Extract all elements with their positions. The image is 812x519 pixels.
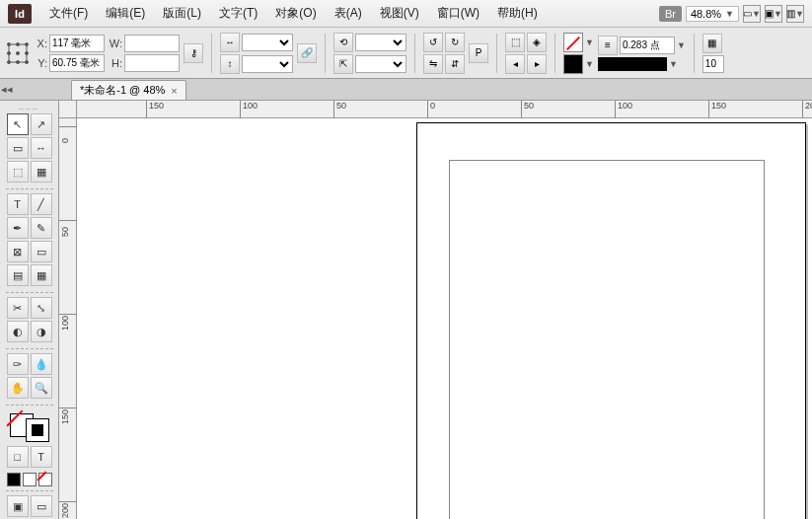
table-tool[interactable]: ▤ [7, 264, 29, 286]
fill-stroke-control[interactable] [10, 413, 49, 442]
grid-tool[interactable]: ▦ [31, 264, 52, 286]
effects-icon[interactable]: ▦ [702, 34, 722, 53]
arrange-dropdown[interactable]: ▣▼ [765, 5, 782, 23]
formatting-container-icon[interactable]: □ [7, 446, 29, 468]
screen-mode-dropdown[interactable]: ▭▼ [743, 5, 761, 23]
menu-file[interactable]: 文件(F) [41, 1, 96, 26]
menu-help[interactable]: 帮助(H) [489, 1, 546, 26]
menu-layout[interactable]: 版面(L) [155, 1, 209, 26]
select-prev-icon[interactable]: ◂ [505, 54, 525, 74]
reference-point-icon[interactable] [6, 41, 30, 65]
scale-x-combo[interactable] [242, 34, 293, 51]
zoom-combo[interactable]: 48.8%▼ [686, 6, 739, 22]
gradient-swatch-tool[interactable]: ◐ [7, 321, 29, 342]
selection-tool[interactable]: ↖ [7, 113, 29, 135]
shear-combo[interactable] [355, 55, 406, 73]
direct-selection-tool[interactable]: ↗ [31, 113, 52, 135]
hand-tool[interactable]: ✋ [7, 377, 29, 399]
text-frame[interactable] [449, 160, 765, 519]
fill-swatch[interactable] [563, 33, 583, 52]
app-logo: Id [8, 4, 32, 24]
control-bar: X: Y: W: H: ⚷ ↔ ↕ 🔗 ⟲ ⇱ ↺↻ ⇋⇵ P ⬚◈ ◂▸ ▼ … [0, 28, 812, 79]
stroke-dropdown-icon[interactable]: ▼ [585, 59, 594, 69]
normal-view-icon[interactable]: ▣ [7, 495, 29, 517]
line-tool[interactable]: ╱ [31, 193, 52, 215]
svg-point-8 [17, 60, 20, 63]
rotate-icon[interactable]: ⟲ [333, 33, 353, 52]
rectangle-frame-tool[interactable]: ⊠ [7, 241, 29, 262]
rotate-ccw-icon[interactable]: ↺ [423, 33, 443, 52]
y-input[interactable] [49, 54, 105, 72]
menu-text[interactable]: 文字(T) [211, 1, 265, 26]
x-input[interactable] [49, 35, 105, 52]
menu-edit[interactable]: 编辑(E) [98, 1, 153, 26]
flip-v-icon[interactable]: ⇵ [445, 54, 465, 74]
scissors-tool[interactable]: ✂ [7, 297, 29, 319]
select-container-icon[interactable]: ⬚ [505, 33, 525, 52]
toolbox: ┈┈┈ ↖↗ ▭↔ ⬚▦ T╱ ✒✎ ⊠▭ ▤▦ ✂⤡ ◐◑ ✑💧 ✋🔍 □T … [0, 101, 59, 519]
content-placer-tool[interactable]: ▦ [31, 161, 52, 183]
zoom-tool[interactable]: 🔍 [31, 377, 52, 399]
rotate-cw-icon[interactable]: ↻ [445, 33, 465, 52]
select-next-icon[interactable]: ▸ [527, 54, 547, 74]
stroke-weight-input[interactable] [620, 37, 675, 54]
fill-dropdown-icon[interactable]: ▼ [585, 37, 594, 47]
content-collector-tool[interactable]: ⬚ [7, 161, 29, 183]
menu-view[interactable]: 视图(V) [372, 1, 427, 26]
apply-none-icon[interactable] [38, 473, 52, 486]
stroke-box[interactable] [26, 418, 49, 442]
apply-color-icon[interactable] [7, 473, 21, 486]
chevron-down-icon: ▼ [725, 9, 734, 19]
toolbox-handle[interactable]: ┈┈┈ [19, 105, 39, 113]
rectangle-tool[interactable]: ▭ [31, 241, 52, 262]
note-tool[interactable]: ✑ [7, 353, 29, 375]
h-input[interactable] [124, 54, 180, 72]
menu-object[interactable]: 对象(O) [267, 1, 324, 26]
vertical-ruler[interactable]: 050100150200 [59, 118, 77, 519]
select-content-icon[interactable]: ◈ [527, 33, 547, 52]
p-icon[interactable]: P [469, 43, 488, 63]
gradient-feather-tool[interactable]: ◑ [31, 321, 52, 342]
svg-point-2 [17, 42, 20, 45]
workspace-dropdown[interactable]: ▥▼ [786, 5, 804, 23]
stroke-end-input[interactable] [702, 55, 724, 73]
stroke-style-preview[interactable] [598, 57, 667, 71]
menu-right-group: Br 48.8%▼ ▭▼ ▣▼ ▥▼ [659, 5, 812, 23]
tabstrip-collapse-icon[interactable]: ◂◂ [2, 84, 12, 94]
link-scale-icon[interactable]: 🔗 [297, 43, 317, 63]
pencil-tool[interactable]: ✎ [31, 217, 52, 239]
canvas-area[interactable]: 15010050050100150200 050100150200 [59, 101, 812, 519]
zoom-value: 48.8% [691, 8, 721, 20]
rotate-combo[interactable] [355, 34, 406, 51]
ruler-origin[interactable] [59, 101, 77, 118]
stroke-swatch[interactable] [563, 54, 583, 74]
preview-view-icon[interactable]: ▭ [31, 495, 52, 517]
pen-tool[interactable]: ✒ [7, 217, 29, 239]
horizontal-ruler[interactable]: 15010050050100150200 [77, 101, 812, 118]
page-tool[interactable]: ▭ [7, 137, 29, 159]
document-tab[interactable]: *未命名-1 @ 48% × [71, 80, 186, 100]
bridge-button[interactable]: Br [659, 6, 682, 22]
gap-tool[interactable]: ↔ [31, 137, 52, 159]
menu-table[interactable]: 表(A) [327, 1, 370, 26]
shear-icon[interactable]: ⇱ [333, 54, 353, 74]
scale-y-icon[interactable]: ↕ [220, 54, 240, 74]
svg-point-4 [8, 51, 11, 54]
apply-gradient-icon[interactable] [23, 473, 37, 486]
flip-h-icon[interactable]: ⇋ [423, 54, 443, 74]
type-tool[interactable]: T [7, 193, 29, 215]
color-mode-row [7, 473, 52, 486]
svg-point-9 [26, 60, 29, 63]
w-input[interactable] [124, 35, 180, 52]
svg-point-7 [8, 60, 11, 63]
menu-window[interactable]: 窗口(W) [429, 1, 487, 26]
w-label: W: [109, 37, 122, 49]
scale-x-icon[interactable]: ↔ [220, 33, 240, 52]
constrain-proportions-icon[interactable]: ⚷ [184, 43, 203, 63]
scale-y-combo[interactable] [242, 55, 293, 73]
close-icon[interactable]: × [171, 85, 177, 97]
free-transform-tool[interactable]: ⤡ [31, 297, 52, 319]
formatting-text-icon[interactable]: T [31, 446, 52, 468]
svg-point-6 [26, 51, 29, 54]
eyedropper-tool[interactable]: 💧 [31, 353, 52, 375]
